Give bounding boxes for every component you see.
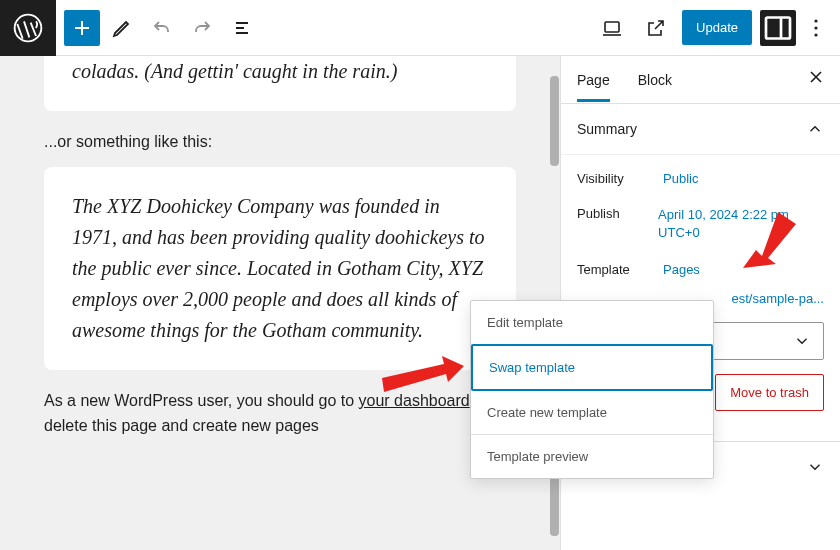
view-button[interactable] xyxy=(594,10,630,46)
publish-row: Publish April 10, 2024 2:22 pm UTC+0 xyxy=(577,196,824,252)
row-label: Publish xyxy=(577,206,658,221)
svg-rect-1 xyxy=(605,22,619,32)
tab-page[interactable]: Page xyxy=(577,58,610,102)
quote-block-2[interactable]: The XYZ Doohickey Company was founded in… xyxy=(44,167,516,370)
pencil-icon xyxy=(110,16,134,40)
move-to-trash-button[interactable]: Move to trash xyxy=(715,374,824,411)
svg-point-5 xyxy=(814,33,817,36)
quote-block-1[interactable]: coladas. (And gettin' caught in the rain… xyxy=(44,56,516,111)
tab-block[interactable]: Block xyxy=(638,58,672,102)
paragraph-text: As a new WordPress user, you should go t… xyxy=(44,392,359,409)
redo-icon xyxy=(190,16,214,40)
summary-section-header[interactable]: Summary xyxy=(561,104,840,155)
svg-rect-2 xyxy=(766,17,790,38)
template-actions-popup: Edit template Swap template Create new t… xyxy=(470,300,714,479)
close-sidebar-button[interactable] xyxy=(808,69,824,90)
paragraph-block-1[interactable]: ...or something like this: xyxy=(0,129,560,167)
template-value[interactable]: Pages xyxy=(663,262,700,277)
main-area: coladas. (And gettin' caught in the rain… xyxy=(0,56,840,550)
chevron-up-icon xyxy=(806,120,824,138)
chevron-down-icon xyxy=(793,332,811,350)
svg-point-4 xyxy=(814,26,817,29)
external-link-icon xyxy=(644,16,668,40)
popup-item-template-preview[interactable]: Template preview xyxy=(471,435,713,478)
sidebar-icon xyxy=(760,10,796,46)
redo-button[interactable] xyxy=(184,10,220,46)
laptop-icon xyxy=(600,16,624,40)
template-row: Template Pages xyxy=(577,252,824,287)
toolbar-left xyxy=(56,10,260,46)
publish-value[interactable]: April 10, 2024 2:22 pm UTC+0 xyxy=(658,206,824,242)
plus-icon xyxy=(70,16,94,40)
list-view-button[interactable] xyxy=(224,10,260,46)
scroll-thumb[interactable] xyxy=(550,76,559,166)
undo-icon xyxy=(150,16,174,40)
scroll-thumb[interactable] xyxy=(550,476,559,536)
undo-button[interactable] xyxy=(144,10,180,46)
more-options-button[interactable] xyxy=(804,19,828,37)
outline-icon xyxy=(230,16,254,40)
add-block-button[interactable] xyxy=(64,10,100,46)
svg-point-3 xyxy=(814,19,817,22)
visibility-value[interactable]: Public xyxy=(663,171,698,186)
chevron-down-icon xyxy=(806,458,824,476)
external-link-button[interactable] xyxy=(638,10,674,46)
wordpress-logo[interactable] xyxy=(0,0,56,56)
popup-item-swap-template[interactable]: Swap template xyxy=(471,344,713,391)
section-title: Summary xyxy=(577,121,637,137)
settings-panel-toggle[interactable] xyxy=(760,10,796,46)
sidebar-tabs: Page Block xyxy=(561,56,840,104)
popup-item-edit-template[interactable]: Edit template xyxy=(471,301,713,344)
wordpress-icon xyxy=(12,12,44,44)
popup-item-create-new-template[interactable]: Create new template xyxy=(471,391,713,434)
quote-text: The XYZ Doohickey Company was founded in… xyxy=(72,191,488,346)
update-button[interactable]: Update xyxy=(682,10,752,45)
dashboard-link[interactable]: your dashboard xyxy=(359,392,470,409)
row-label: Visibility xyxy=(577,171,663,186)
row-label: Template xyxy=(577,262,663,277)
visibility-row: Visibility Public xyxy=(577,161,824,196)
kebab-icon xyxy=(814,19,818,37)
quote-text: coladas. (And gettin' caught in the rain… xyxy=(72,56,488,87)
edit-mode-button[interactable] xyxy=(104,10,140,46)
top-toolbar: Update xyxy=(0,0,840,56)
close-icon xyxy=(808,69,824,85)
toolbar-right: Update xyxy=(594,10,840,46)
